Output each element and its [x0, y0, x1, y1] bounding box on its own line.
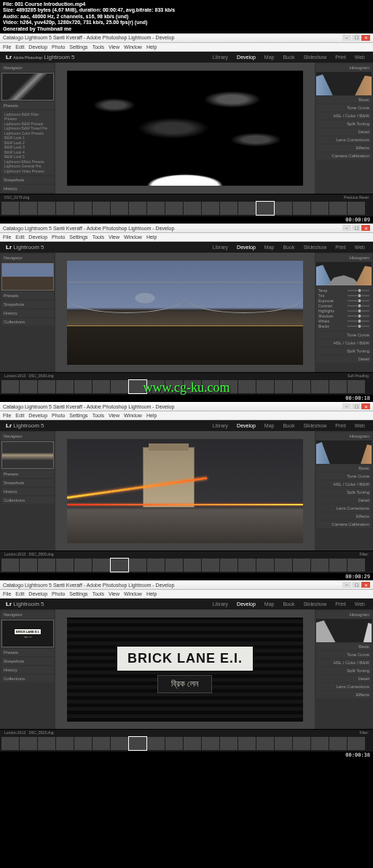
slider-shadows[interactable] — [348, 315, 369, 317]
film-thumb[interactable] — [165, 202, 183, 215]
minimize-button[interactable]: − — [342, 582, 351, 588]
film-thumb[interactable] — [38, 737, 55, 750]
film-thumb[interactable] — [329, 737, 347, 750]
film-thumb[interactable] — [238, 202, 256, 215]
filmstrip[interactable] — [0, 557, 373, 573]
menu-file[interactable]: File — [3, 44, 11, 50]
panel-lenscorr[interactable]: Lens Corrections — [316, 683, 372, 690]
film-thumb[interactable] — [1, 559, 19, 572]
minimize-button[interactable]: − — [342, 403, 351, 409]
film-thumb[interactable] — [38, 559, 55, 572]
film-thumb[interactable] — [348, 202, 365, 215]
film-thumb[interactable] — [275, 380, 292, 393]
film-thumb[interactable] — [329, 202, 347, 215]
maximize-button[interactable]: ☐ — [352, 225, 361, 231]
collections-header[interactable]: Collections — [1, 497, 54, 504]
history-header[interactable]: History — [1, 666, 54, 674]
maximize-button[interactable]: ☐ — [352, 35, 361, 41]
film-thumb[interactable] — [93, 202, 110, 215]
filter-label[interactable]: Filter: — [360, 552, 369, 556]
film-thumb[interactable] — [184, 380, 201, 393]
panel-effects[interactable]: Effects — [316, 144, 372, 151]
film-thumb[interactable] — [74, 737, 92, 750]
film-thumb[interactable] — [129, 202, 146, 215]
histogram-display[interactable] — [316, 619, 372, 642]
film-thumb[interactable] — [1, 202, 19, 215]
film-thumb[interactable] — [129, 380, 146, 393]
film-thumb[interactable] — [220, 737, 237, 750]
panel-effects[interactable]: Effects — [316, 513, 372, 520]
film-thumb[interactable] — [202, 380, 219, 393]
filmstrip[interactable] — [0, 379, 373, 395]
film-thumb[interactable] — [202, 737, 219, 750]
preview-viewer[interactable] — [55, 253, 315, 372]
filter-label[interactable]: Filter: — [360, 730, 369, 735]
film-thumb[interactable] — [311, 380, 329, 393]
film-thumb[interactable] — [56, 380, 74, 393]
navigator-header[interactable]: Navigator — [1, 433, 54, 440]
navigator-thumbnail[interactable]: BRICK LANE E.I. ব্রিক লেন — [1, 620, 54, 647]
slider-temp[interactable] — [348, 290, 369, 291]
panel-hsl[interactable]: HSL / Color / B&W — [316, 659, 372, 666]
module-slideshow[interactable]: Slideshow — [301, 54, 329, 60]
slider-blacks[interactable] — [348, 326, 369, 327]
film-thumb[interactable] — [329, 380, 347, 393]
maximize-button[interactable]: ☐ — [352, 403, 361, 409]
panel-tonecurve[interactable]: Tone Curve — [316, 104, 372, 111]
film-thumb[interactable] — [220, 380, 237, 393]
panel-camera[interactable]: Camera Calibration — [316, 521, 372, 528]
film-thumb[interactable] — [293, 202, 310, 215]
preset-item[interactable]: Lightroom B&W Toned Pre — [4, 126, 52, 131]
histogram-header[interactable]: Histogram — [316, 64, 372, 71]
film-thumb[interactable] — [165, 380, 183, 393]
history-header[interactable]: History — [1, 488, 54, 495]
film-thumb[interactable] — [293, 737, 310, 750]
film-thumb[interactable] — [147, 202, 165, 215]
film-thumb[interactable] — [56, 559, 74, 572]
snapshots-header[interactable]: Snapshots — [1, 658, 54, 665]
histogram-display[interactable] — [316, 262, 372, 285]
history-header[interactable]: History — [1, 309, 54, 317]
menu-help[interactable]: Help — [146, 44, 157, 50]
film-thumb[interactable] — [147, 380, 165, 393]
navigator-header[interactable]: Navigator — [1, 64, 54, 71]
film-thumb[interactable] — [275, 737, 292, 750]
preview-viewer[interactable]: BRICK LANE E.I. ব্রিক লেন — [55, 609, 315, 729]
film-thumb[interactable] — [165, 737, 183, 750]
histogram-header[interactable]: Histogram — [316, 611, 372, 618]
film-thumb[interactable] — [311, 202, 329, 215]
film-thumb[interactable] — [275, 559, 292, 572]
film-thumb[interactable] — [1, 380, 19, 393]
film-thumb[interactable] — [38, 380, 55, 393]
preview-viewer[interactable] — [55, 431, 315, 551]
preview-viewer[interactable] — [55, 63, 315, 194]
panel-basic[interactable]: Temp Tint Exposure Contrast Highlights S… — [316, 286, 372, 331]
close-button[interactable]: ✕ — [361, 403, 370, 409]
menu-tools[interactable]: Tools — [93, 44, 104, 50]
panel-splittoning[interactable]: Split Toning — [316, 120, 372, 127]
film-thumb[interactable] — [93, 380, 110, 393]
film-thumb[interactable] — [293, 380, 310, 393]
menu-photo[interactable]: Photo — [52, 44, 65, 50]
module-develop[interactable]: Develop — [235, 54, 258, 60]
film-thumb[interactable] — [184, 559, 201, 572]
previous-button[interactable]: Previous — [344, 195, 358, 200]
slider-highlights[interactable] — [348, 310, 369, 312]
menu-window[interactable]: Window — [124, 44, 142, 50]
film-thumb[interactable] — [220, 559, 237, 572]
reset-button[interactable]: Reset — [359, 195, 369, 200]
film-thumb[interactable] — [220, 202, 237, 215]
module-library[interactable]: Library — [211, 54, 230, 60]
module-print[interactable]: Print — [333, 54, 348, 60]
close-button[interactable]: ✕ — [361, 35, 370, 41]
film-thumb[interactable] — [74, 559, 92, 572]
panel-tonecurve[interactable]: Tone Curve — [316, 331, 372, 339]
film-thumb[interactable] — [311, 559, 329, 572]
panel-basic[interactable]: Basic — [316, 96, 372, 103]
film-thumb[interactable] — [348, 380, 365, 393]
panel-hsl[interactable]: HSL / Color / B&W — [316, 339, 372, 347]
navigator-header[interactable]: Navigator — [1, 611, 54, 618]
menu-settings[interactable]: Settings — [69, 44, 87, 50]
slider-tint[interactable] — [348, 295, 369, 296]
panel-lenscorr[interactable]: Lens Corrections — [316, 136, 372, 143]
